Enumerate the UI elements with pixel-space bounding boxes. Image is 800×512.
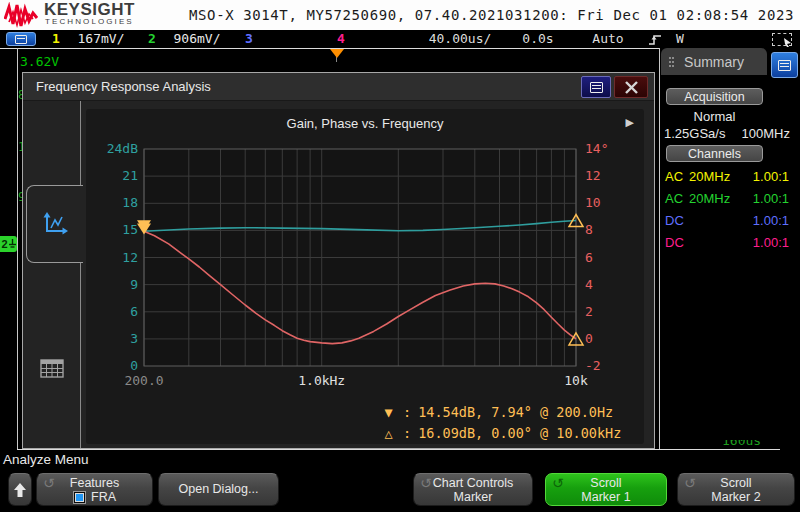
trigger-mode[interactable]: Auto (585, 30, 631, 48)
dialog-title-bar[interactable]: Frequency Response Analysis (23, 73, 654, 101)
open-dialog-button[interactable]: Open Dialog... (158, 473, 279, 506)
phase-axis-tick: 14° (585, 141, 608, 157)
ch1-number[interactable]: 1 (52, 30, 60, 48)
gain-axis-tick: 6 (86, 304, 138, 320)
acquisition-header-button[interactable]: Acquisition (666, 88, 763, 105)
ch2-ground-marker[interactable]: 2 (0, 236, 17, 252)
brand-name: KEYSIGHT (44, 1, 135, 18)
list-icon (590, 82, 603, 93)
marker1-symbol: ▼ (381, 404, 396, 420)
dialog-menu-button[interactable] (581, 76, 611, 98)
marker2-readout: △ : 16.09dB, 0.00° @ 10.00kHz (381, 422, 621, 443)
phase-axis-tick: 10 (585, 195, 601, 211)
phase-axis-tick: 4 (585, 277, 593, 293)
acquisition-mode: Normal (661, 109, 768, 124)
freq-axis-tick: 1.0kHz (282, 373, 362, 389)
tab-table[interactable] (29, 343, 75, 393)
menu-title: Analyze Menu (3, 452, 89, 467)
graticule-right-line (659, 48, 660, 450)
summary-tab-label: Summary (684, 54, 744, 70)
keysight-logo-icon (4, 2, 42, 28)
delay-readout[interactable]: 0.0s (513, 30, 563, 48)
freq-axis-tick: 10k (536, 373, 616, 389)
up-arrow-icon (12, 482, 28, 498)
ch1-scale[interactable]: 167mV/ (68, 30, 134, 48)
sample-rate: 1.25GSa/s (664, 126, 725, 141)
trigger-edge-icon[interactable] (648, 33, 662, 46)
list-icon (15, 35, 27, 44)
menu-back-button[interactable] (8, 473, 32, 506)
dialog-close-button[interactable] (614, 76, 648, 98)
fra-checkbox[interactable] (73, 491, 86, 504)
brand-subname: TECHNOLOGIES (45, 17, 134, 26)
chart-axes-icon (42, 212, 68, 236)
sidebar-menu-button[interactable] (771, 52, 798, 78)
trigger-source[interactable]: W (676, 30, 684, 48)
fra-checkbox-label: FRA (91, 490, 116, 504)
header-bar: KEYSIGHT TECHNOLOGIES MSO-X 3014T, MY572… (0, 0, 800, 30)
gain-axis-tick: 15 (86, 222, 138, 238)
gain-axis-tick: 0 (86, 358, 138, 374)
freq-axis-tick: 200.0 (104, 373, 184, 389)
phase-axis-tick: -2 (585, 358, 601, 374)
cursor-arrow-icon (784, 38, 792, 47)
ch3-summary-row: DC1.00:1 (661, 210, 793, 230)
tab-chart[interactable] (26, 185, 83, 263)
features-button[interactable]: ↺ Features FRA (36, 473, 153, 506)
gain-axis-tick: 18 (86, 195, 138, 211)
summary-tab[interactable]: Summary (661, 48, 767, 75)
phase-axis-tick: 12 (585, 168, 601, 184)
ch2-summary-row: AC20MHz1.00:1 (661, 188, 793, 208)
chart-plot[interactable] (144, 149, 576, 366)
gain-axis-tick: 3 (86, 331, 138, 347)
scroll-marker1-button[interactable]: ↺ Scroll Marker 1 (545, 473, 667, 506)
chart-panel: Gain, Phase vs. Frequency ▶ ▼ : 14.54dB,… (86, 109, 644, 444)
phase-axis-tick: 6 (585, 250, 593, 266)
dialog-title: Frequency Response Analysis (36, 79, 211, 94)
phase-axis-tick: 0 (585, 331, 593, 347)
summary-sidebar: Summary Acquisition Normal 1.25GSa/s 100… (661, 48, 800, 450)
close-icon (625, 81, 638, 94)
graticule-left-line (17, 48, 18, 450)
ch4-summary-row: DC1.00:1 (661, 232, 793, 252)
main-menu-button[interactable] (6, 32, 36, 46)
gain-axis-tick: 24dB (86, 141, 138, 157)
trigger-level-readout: 3.62V (20, 54, 59, 69)
chart-expand-arrow[interactable]: ▶ (626, 116, 634, 129)
timebase-readout[interactable]: 40.00us/ (420, 30, 500, 48)
ch4-number[interactable]: 4 (337, 30, 345, 48)
phase-axis-tick: 8 (585, 222, 593, 238)
ch2-number[interactable]: 2 (148, 30, 156, 48)
channel-status-bar: 1167mV/ 2906mV/ 3 4 40.00us/ 0.0s Auto W (0, 30, 800, 48)
phase-axis-tick: 2 (585, 304, 593, 320)
ch1-summary-row: AC20MHz1.00:1 (661, 166, 793, 186)
ch2-scale[interactable]: 906mV/ (164, 30, 230, 48)
ground-icon (9, 239, 16, 249)
chart-title: Gain, Phase vs. Frequency (86, 116, 644, 131)
sample-rate-row: 1.25GSa/s 100MHz (661, 126, 793, 141)
tab-divider (80, 101, 81, 448)
grip-dots-icon (669, 57, 671, 59)
marker2-symbol: △ (381, 425, 396, 441)
ground-marker-label: 2 (1, 238, 7, 250)
cycle-icon: ↺ (43, 475, 55, 491)
channels-header-button[interactable]: Channels (666, 145, 763, 162)
scroll-marker2-button[interactable]: ↺ Scroll Marker 2 (677, 473, 795, 506)
oscilloscope-screen: KEYSIGHT TECHNOLOGIES MSO-X 3014T, MY572… (0, 0, 800, 512)
cycle-icon: ↺ (420, 475, 432, 491)
ch3-number[interactable]: 3 (245, 30, 253, 48)
trigger-position-marker[interactable] (330, 49, 344, 58)
gain-axis-tick: 12 (86, 250, 138, 266)
gain-axis-tick: 9 (86, 277, 138, 293)
list-icon (778, 60, 791, 71)
instrument-id: MSO-X 3014T, MY57250690, 07.40.202103120… (189, 7, 794, 23)
marker1-readout: ▼ : 14.54dB, 7.94° @ 200.0Hz (381, 401, 621, 422)
gain-axis-tick: 21 (86, 168, 138, 184)
marker-readouts: ▼ : 14.54dB, 7.94° @ 200.0Hz △ : 16.09dB… (381, 401, 621, 443)
bandwidth: 100MHz (742, 126, 790, 141)
cycle-icon: ↺ (552, 475, 564, 491)
cycle-icon: ↺ (684, 475, 696, 491)
fra-dialog: Frequency Response Analysis (22, 72, 655, 449)
chart-controls-button[interactable]: ↺ Chart Controls Marker (413, 473, 533, 506)
table-icon (40, 359, 64, 378)
